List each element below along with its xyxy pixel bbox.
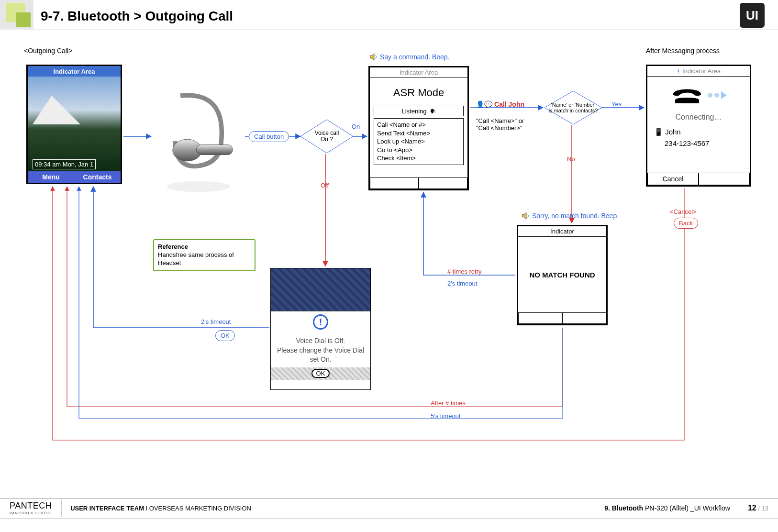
- retry-label: # times retry: [447, 268, 482, 275]
- asr-indicator: Indicator Area: [370, 67, 467, 78]
- conn-number: 234-123-4567: [654, 138, 743, 149]
- title-underline: [0, 30, 778, 30]
- speaker-no-match: Sorry, no match found. Beep.: [522, 211, 619, 220]
- home-wallpaper: 09:34 am Mon, Jan 1: [28, 77, 121, 172]
- svg-rect-1: [196, 145, 233, 155]
- bluetooth-headset-image: [153, 86, 244, 196]
- brand-subtext: PANTECH & CURITEL: [10, 511, 53, 515]
- five-timeout-label: 5's timeout: [431, 412, 460, 420]
- asr-commands: Call <Name or #> Send Text <Name> Look u…: [374, 118, 464, 165]
- asr-listening-bar: Listening 🗣: [374, 106, 464, 116]
- branch-off: Off: [321, 182, 329, 189]
- asr-hint: "Call <Name>" or "Call <Number>": [476, 117, 524, 132]
- user-voice-input: 👤💬 Call John: [476, 100, 524, 108]
- voff-timeout-label: 2's timeout: [201, 318, 231, 325]
- voice-icon: 🗣: [430, 108, 436, 115]
- back-pill[interactable]: Back: [674, 218, 698, 229]
- softkey-menu[interactable]: Menu: [28, 171, 74, 183]
- phone-icon: [670, 83, 704, 107]
- conn-indicator: ᚼ Indicator Area: [647, 66, 750, 77]
- nomatch-indicator: Indicator: [518, 226, 606, 237]
- footer-section: 9. Bluetooth PN-320 (Alltel) _UI Workflo…: [604, 504, 730, 512]
- after-messaging-label: After Messaging process: [646, 47, 720, 55]
- cancel-button[interactable]: Cancel: [647, 173, 699, 185]
- call-button-label: Call button: [249, 131, 289, 142]
- after-times-label: After # times: [431, 399, 466, 407]
- retry-timeout: 2's timeout: [447, 280, 477, 287]
- asr-mode-title: ASR Mode: [370, 78, 467, 106]
- home-softkeys: Menu Contacts: [28, 171, 121, 183]
- decision-match: 'Name' or 'Number' is match in contacts?: [545, 91, 602, 124]
- page-title: 9-7. Bluetooth > Outgoing Call: [41, 9, 233, 24]
- conn-status: Connecting…: [647, 110, 750, 126]
- home-clock: 09:34 am Mon, Jan 1: [33, 159, 96, 169]
- ui-logo: UI: [740, 3, 765, 28]
- home-screen: Indicator Area 09:34 am Mon, Jan 1 Menu …: [26, 65, 122, 184]
- brand-logo: PANTECH: [10, 501, 53, 511]
- speaker-say-command: Say a command. Beep.: [369, 53, 450, 61]
- voff-ok-button[interactable]: OK: [311, 369, 330, 378]
- ok-pill[interactable]: OK: [215, 330, 235, 341]
- asr-softkeys: [370, 177, 467, 189]
- reference-note: Reference Handsfree same process of Head…: [153, 239, 256, 271]
- footer-rule-2: [0, 518, 778, 519]
- corner-decor: [0, 0, 33, 29]
- footer: PANTECH PANTECH & CURITEL USER INTERFACE…: [0, 499, 778, 518]
- page-number: 12 / 13: [748, 504, 768, 512]
- decision-voice-call: Voice call On ?: [300, 120, 353, 153]
- voice-dial-off-screen: ! Voice Dial is Off. Please change the V…: [270, 268, 371, 390]
- branch-on: On: [352, 123, 360, 130]
- no-match-screen: Indicator NO MATCH FOUND: [517, 225, 608, 325]
- softkey-contacts[interactable]: Contacts: [74, 171, 121, 183]
- footer-team: USER INTERFACE TEAM I OVERSEAS MARKETING…: [70, 505, 251, 512]
- diagram-stage: <Outgoing Call> After Messaging process …: [14, 43, 764, 479]
- bt-icon: ᚼ: [677, 67, 680, 75]
- home-indicator: Indicator Area: [28, 66, 121, 77]
- progress-dots: [708, 91, 727, 99]
- person-speak-icon: 👤💬: [476, 100, 492, 108]
- alert-icon: !: [313, 314, 328, 330]
- cancel-tag: <Cancel>: [670, 208, 697, 215]
- branch-no: No: [567, 155, 575, 163]
- svg-point-2: [167, 181, 231, 192]
- outgoing-call-label: <Outgoing Call>: [24, 47, 72, 55]
- branch-yes: Yes: [611, 100, 622, 108]
- nomatch-body: NO MATCH FOUND: [518, 237, 606, 312]
- asr-screen: Indicator Area ASR Mode Listening 🗣 Call…: [368, 66, 469, 190]
- conn-name: 📱 John: [654, 126, 743, 138]
- connecting-screen: ᚼ Indicator Area Connecting… 📱 John 234-…: [646, 65, 751, 187]
